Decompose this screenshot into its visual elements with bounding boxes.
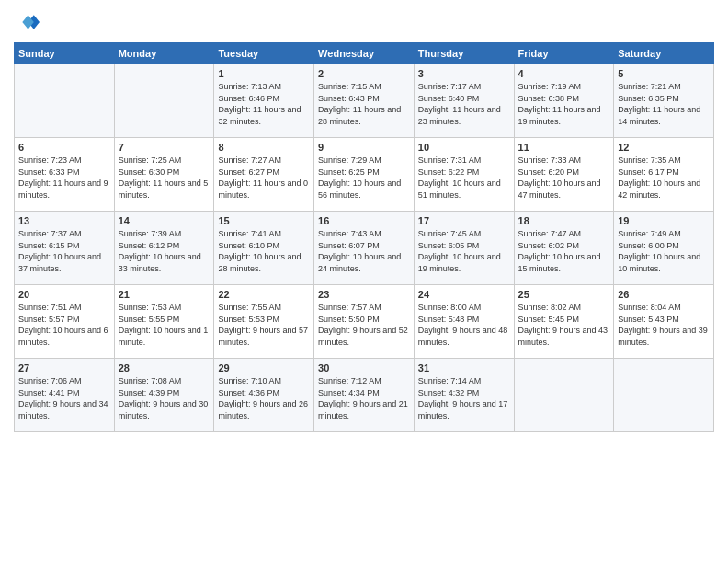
- week-row-1: 6Sunrise: 7:23 AMSunset: 6:33 PMDaylight…: [15, 138, 714, 212]
- day-number: 16: [318, 215, 410, 226]
- calendar-cell: 22Sunrise: 7:55 AMSunset: 5:53 PMDayligh…: [214, 285, 314, 359]
- calendar-cell: 14Sunrise: 7:39 AMSunset: 6:12 PMDayligh…: [114, 212, 214, 285]
- cell-info: Sunrise: 7:06 AMSunset: 4:41 PMDaylight:…: [18, 375, 110, 421]
- day-number: 7: [119, 142, 210, 153]
- calendar-cell: 28Sunrise: 7:08 AMSunset: 4:39 PMDayligh…: [114, 359, 214, 432]
- day-header-tuesday: Tuesday: [214, 43, 314, 64]
- day-number: 17: [418, 215, 510, 226]
- day-number: 30: [318, 362, 410, 373]
- calendar-cell: 20Sunrise: 7:51 AMSunset: 5:57 PMDayligh…: [15, 285, 115, 359]
- cell-info: Sunrise: 7:23 AMSunset: 6:33 PMDaylight:…: [18, 155, 110, 201]
- cell-info: Sunrise: 7:35 AMSunset: 6:17 PMDaylight:…: [618, 155, 710, 201]
- calendar-cell: 25Sunrise: 8:02 AMSunset: 5:45 PMDayligh…: [514, 285, 614, 359]
- calendar-cell: 10Sunrise: 7:31 AMSunset: 6:22 PMDayligh…: [414, 138, 514, 212]
- day-number: 29: [218, 362, 310, 373]
- cell-info: Sunrise: 8:04 AMSunset: 5:43 PMDaylight:…: [618, 302, 710, 348]
- day-number: 19: [618, 215, 710, 226]
- calendar-cell: 4Sunrise: 7:19 AMSunset: 6:38 PMDaylight…: [514, 64, 614, 138]
- calendar-cell: 21Sunrise: 7:53 AMSunset: 5:55 PMDayligh…: [114, 285, 214, 359]
- calendar-cell: [114, 64, 214, 138]
- day-number: 22: [218, 289, 310, 300]
- day-header-friday: Friday: [514, 43, 614, 64]
- day-number: 11: [518, 142, 610, 153]
- cell-info: Sunrise: 7:31 AMSunset: 6:22 PMDaylight:…: [418, 155, 510, 201]
- header-row: SundayMondayTuesdayWednesdayThursdayFrid…: [15, 43, 714, 64]
- cell-info: Sunrise: 7:10 AMSunset: 4:36 PMDaylight:…: [218, 375, 310, 421]
- calendar-cell: 7Sunrise: 7:25 AMSunset: 6:30 PMDaylight…: [114, 138, 214, 212]
- cell-info: Sunrise: 7:17 AMSunset: 6:40 PMDaylight:…: [418, 81, 510, 127]
- cell-info: Sunrise: 7:14 AMSunset: 4:32 PMDaylight:…: [418, 375, 510, 421]
- cell-info: Sunrise: 7:29 AMSunset: 6:25 PMDaylight:…: [318, 155, 410, 201]
- cell-info: Sunrise: 8:00 AMSunset: 5:48 PMDaylight:…: [418, 302, 510, 348]
- day-number: 27: [18, 362, 110, 373]
- calendar-cell: 15Sunrise: 7:41 AMSunset: 6:10 PMDayligh…: [214, 212, 314, 285]
- calendar-cell: 18Sunrise: 7:47 AMSunset: 6:02 PMDayligh…: [514, 212, 614, 285]
- calendar-cell: 8Sunrise: 7:27 AMSunset: 6:27 PMDaylight…: [214, 138, 314, 212]
- day-number: 20: [18, 289, 110, 300]
- day-header-thursday: Thursday: [414, 43, 514, 64]
- day-number: 5: [618, 68, 710, 79]
- cell-info: Sunrise: 7:47 AMSunset: 6:02 PMDaylight:…: [518, 228, 610, 274]
- calendar-cell: 17Sunrise: 7:45 AMSunset: 6:05 PMDayligh…: [414, 212, 514, 285]
- day-number: 6: [18, 142, 110, 153]
- calendar-cell: 9Sunrise: 7:29 AMSunset: 6:25 PMDaylight…: [314, 138, 415, 212]
- calendar-cell: 30Sunrise: 7:12 AMSunset: 4:34 PMDayligh…: [314, 359, 415, 432]
- day-number: 1: [218, 68, 310, 79]
- page: SundayMondayTuesdayWednesdayThursdayFrid…: [0, 0, 728, 563]
- day-number: 25: [518, 289, 610, 300]
- calendar-table: SundayMondayTuesdayWednesdayThursdayFrid…: [14, 42, 714, 432]
- cell-info: Sunrise: 7:41 AMSunset: 6:10 PMDaylight:…: [218, 228, 310, 274]
- cell-info: Sunrise: 7:33 AMSunset: 6:20 PMDaylight:…: [518, 155, 610, 201]
- calendar-cell: [614, 359, 714, 432]
- calendar-cell: 19Sunrise: 7:49 AMSunset: 6:00 PMDayligh…: [614, 212, 714, 285]
- cell-info: Sunrise: 7:13 AMSunset: 6:46 PMDaylight:…: [218, 81, 310, 127]
- calendar-cell: 23Sunrise: 7:57 AMSunset: 5:50 PMDayligh…: [314, 285, 415, 359]
- calendar-cell: 11Sunrise: 7:33 AMSunset: 6:20 PMDayligh…: [514, 138, 614, 212]
- day-number: 31: [418, 362, 510, 373]
- cell-info: Sunrise: 8:02 AMSunset: 5:45 PMDaylight:…: [518, 302, 610, 348]
- day-number: 26: [618, 289, 710, 300]
- cell-info: Sunrise: 7:57 AMSunset: 5:50 PMDaylight:…: [318, 302, 410, 348]
- calendar-cell: 13Sunrise: 7:37 AMSunset: 6:15 PMDayligh…: [15, 212, 115, 285]
- cell-info: Sunrise: 7:12 AMSunset: 4:34 PMDaylight:…: [318, 375, 410, 421]
- cell-info: Sunrise: 7:45 AMSunset: 6:05 PMDaylight:…: [418, 228, 510, 274]
- day-header-monday: Monday: [114, 43, 214, 64]
- day-number: 3: [418, 68, 510, 79]
- day-number: 10: [418, 142, 510, 153]
- calendar-cell: [15, 64, 115, 138]
- day-number: 21: [119, 289, 210, 300]
- cell-info: Sunrise: 7:19 AMSunset: 6:38 PMDaylight:…: [518, 81, 610, 127]
- cell-info: Sunrise: 7:53 AMSunset: 5:55 PMDaylight:…: [119, 302, 210, 348]
- cell-info: Sunrise: 7:55 AMSunset: 5:53 PMDaylight:…: [218, 302, 310, 348]
- logo: [14, 9, 43, 35]
- week-row-2: 13Sunrise: 7:37 AMSunset: 6:15 PMDayligh…: [15, 212, 714, 285]
- calendar-cell: 26Sunrise: 8:04 AMSunset: 5:43 PMDayligh…: [614, 285, 714, 359]
- calendar-cell: 1Sunrise: 7:13 AMSunset: 6:46 PMDaylight…: [214, 64, 314, 138]
- calendar-cell: 3Sunrise: 7:17 AMSunset: 6:40 PMDaylight…: [414, 64, 514, 138]
- day-number: 9: [318, 142, 410, 153]
- calendar-cell: 2Sunrise: 7:15 AMSunset: 6:43 PMDaylight…: [314, 64, 415, 138]
- day-number: 14: [119, 215, 210, 226]
- cell-info: Sunrise: 7:27 AMSunset: 6:27 PMDaylight:…: [218, 155, 310, 201]
- day-number: 2: [318, 68, 410, 79]
- cell-info: Sunrise: 7:25 AMSunset: 6:30 PMDaylight:…: [119, 155, 210, 201]
- calendar-cell: 12Sunrise: 7:35 AMSunset: 6:17 PMDayligh…: [614, 138, 714, 212]
- cell-info: Sunrise: 7:43 AMSunset: 6:07 PMDaylight:…: [318, 228, 410, 274]
- day-header-sunday: Sunday: [15, 43, 115, 64]
- cell-info: Sunrise: 7:21 AMSunset: 6:35 PMDaylight:…: [618, 81, 710, 127]
- calendar-cell: 29Sunrise: 7:10 AMSunset: 4:36 PMDayligh…: [214, 359, 314, 432]
- calendar-cell: [514, 359, 614, 432]
- cell-info: Sunrise: 7:49 AMSunset: 6:00 PMDaylight:…: [618, 228, 710, 274]
- calendar-cell: 6Sunrise: 7:23 AMSunset: 6:33 PMDaylight…: [15, 138, 115, 212]
- day-number: 12: [618, 142, 710, 153]
- calendar-cell: 16Sunrise: 7:43 AMSunset: 6:07 PMDayligh…: [314, 212, 415, 285]
- day-number: 4: [518, 68, 610, 79]
- week-row-0: 1Sunrise: 7:13 AMSunset: 6:46 PMDaylight…: [15, 64, 714, 138]
- cell-info: Sunrise: 7:51 AMSunset: 5:57 PMDaylight:…: [18, 302, 110, 348]
- calendar-cell: 5Sunrise: 7:21 AMSunset: 6:35 PMDaylight…: [614, 64, 714, 138]
- day-number: 18: [518, 215, 610, 226]
- day-number: 13: [18, 215, 110, 226]
- header: [14, 9, 714, 35]
- cell-info: Sunrise: 7:08 AMSunset: 4:39 PMDaylight:…: [119, 375, 210, 421]
- day-header-wednesday: Wednesday: [314, 43, 415, 64]
